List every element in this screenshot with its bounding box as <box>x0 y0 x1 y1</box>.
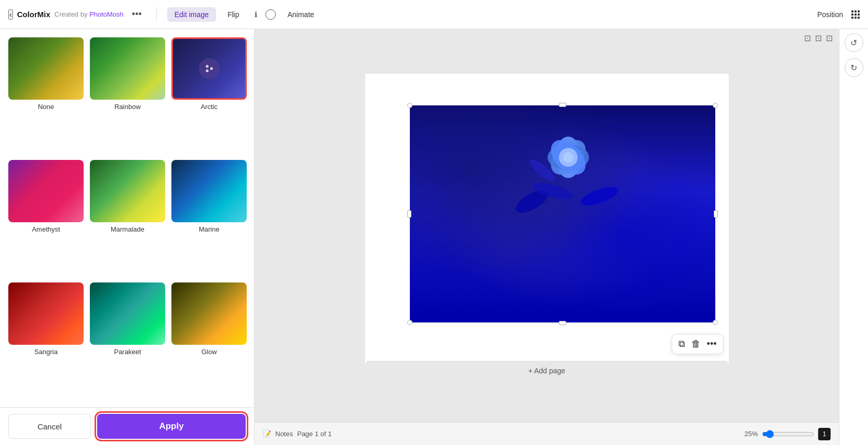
back-button[interactable]: ‹ <box>8 9 13 20</box>
zoom-percentage: 25% <box>744 430 758 438</box>
filter-label-sangria: Sangria <box>34 348 58 356</box>
canvas-top-icons: ⊡ ⊡ ⊡ <box>255 29 839 47</box>
created-by-label: Created by PhotoMosh <box>55 10 124 18</box>
page-indicator: 1 <box>818 428 831 440</box>
canvas-icon-1[interactable]: ⊡ <box>804 33 811 43</box>
add-page-label: + Add page <box>528 367 565 375</box>
svg-point-2 <box>206 70 208 72</box>
info-icon: ℹ <box>255 10 257 19</box>
filter-item-sangria[interactable]: Sangria <box>8 282 84 399</box>
apply-button[interactable]: Apply <box>97 414 246 439</box>
zoom-slider[interactable] <box>762 430 814 438</box>
canvas-icon-3[interactable]: ⊡ <box>826 33 833 43</box>
filter-item-rainbow[interactable]: Rainbow <box>90 37 165 154</box>
zoom-controls: 25% 1 <box>744 428 831 440</box>
rotate-button[interactable]: ↺ <box>845 33 863 52</box>
refresh-button[interactable]: ↻ <box>845 58 863 77</box>
filter-label-parakeet: Parakeet <box>114 348 141 356</box>
filter-label-rainbow: Rainbow <box>114 103 141 111</box>
filter-item-marine[interactable]: Marine <box>171 160 247 276</box>
status-bar: 📝 Notes Page 1 of 1 25% 1 <box>255 422 839 445</box>
canvas-page <box>365 74 729 365</box>
filter-grid: None Rainbow <box>0 29 254 407</box>
image-wrapper[interactable] <box>409 105 716 323</box>
cancel-button[interactable]: Cancel <box>8 414 91 439</box>
filter-thumb-parakeet <box>90 282 165 345</box>
canvas-scroll[interactable]: ⧉ 🗑 ••• + Add page <box>255 47 839 422</box>
filter-label-amethyst: Amethyst <box>32 225 60 233</box>
filter-settings-icon <box>199 58 220 79</box>
top-toolbar: ‹ ColorMix Created by PhotoMosh ••• Edit… <box>0 0 868 29</box>
creator-link[interactable]: PhotoMosh <box>89 10 124 18</box>
canvas-icon-2[interactable]: ⊡ <box>815 33 822 43</box>
notes-icon: 📝 <box>263 430 271 438</box>
filter-item-parakeet[interactable]: Parakeet <box>90 282 165 399</box>
filter-label-none: None <box>38 103 54 111</box>
filter-item-marmalade[interactable]: Marmalade <box>90 160 165 276</box>
grid-icon <box>851 10 860 19</box>
handle-top-left[interactable] <box>407 103 412 108</box>
filter-label-arctic: Arctic <box>201 103 218 111</box>
tab-flip[interactable]: Flip <box>220 7 247 22</box>
filter-thumb-rainbow <box>90 37 165 100</box>
filter-thumb-marine <box>171 160 247 222</box>
filter-thumb-none <box>8 37 84 100</box>
handle-top-right[interactable] <box>713 103 718 108</box>
handle-bot-left[interactable] <box>407 320 412 325</box>
more-options-floating[interactable]: ••• <box>707 339 717 349</box>
page-info: Page 1 of 1 <box>297 430 332 438</box>
tab-info[interactable]: ℹ <box>250 8 261 21</box>
svg-point-1 <box>210 68 212 69</box>
position-button[interactable]: Position <box>813 8 847 21</box>
filter-label-marine: Marine <box>199 225 220 233</box>
handle-top-mid[interactable] <box>559 103 566 107</box>
handle-mid-right[interactable] <box>714 210 718 218</box>
tab-animate[interactable]: Animate <box>280 7 321 22</box>
duplicate-button[interactable]: ⧉ <box>678 339 685 349</box>
filter-label-glow: Glow <box>202 348 217 356</box>
back-icon: ‹ <box>9 10 12 19</box>
handle-bot-mid[interactable] <box>559 321 566 325</box>
svg-point-5 <box>579 183 620 209</box>
tab-edit-image[interactable]: Edit image <box>167 7 216 22</box>
left-panel: None Rainbow <box>0 29 255 445</box>
filter-thumb-glow <box>171 282 247 345</box>
filter-thumb-amethyst <box>8 160 84 222</box>
flower-illustration <box>511 118 625 222</box>
more-options-button[interactable]: ••• <box>128 7 146 22</box>
filter-item-glow[interactable]: Glow <box>171 282 247 399</box>
circle-icon <box>265 9 276 20</box>
canvas-area: ⊡ ⊡ ⊡ <box>255 29 839 445</box>
bottom-actions: Cancel Apply <box>0 407 254 445</box>
filter-item-none[interactable]: None <box>8 37 84 154</box>
filter-thumb-arctic <box>171 37 247 100</box>
filter-item-amethyst[interactable]: Amethyst <box>8 160 84 276</box>
app-name: ColorMix <box>17 10 50 19</box>
floating-toolbar: ⧉ 🗑 ••• <box>672 334 724 354</box>
filter-thumb-sangria <box>8 282 84 345</box>
svg-point-0 <box>206 65 208 67</box>
filter-item-arctic[interactable]: Arctic <box>171 37 247 154</box>
right-side-panel: ↺ ↻ <box>839 29 868 445</box>
filter-label-marmalade: Marmalade <box>111 225 144 233</box>
svg-point-12 <box>563 152 573 163</box>
notes-label[interactable]: Notes <box>275 430 293 438</box>
handle-mid-left[interactable] <box>407 210 411 218</box>
handle-bot-right[interactable] <box>713 320 718 325</box>
add-page-bar[interactable]: + Add page <box>365 361 729 380</box>
toolbar-divider <box>156 7 157 22</box>
delete-button[interactable]: 🗑 <box>691 339 701 349</box>
filter-thumb-marmalade <box>90 160 165 222</box>
